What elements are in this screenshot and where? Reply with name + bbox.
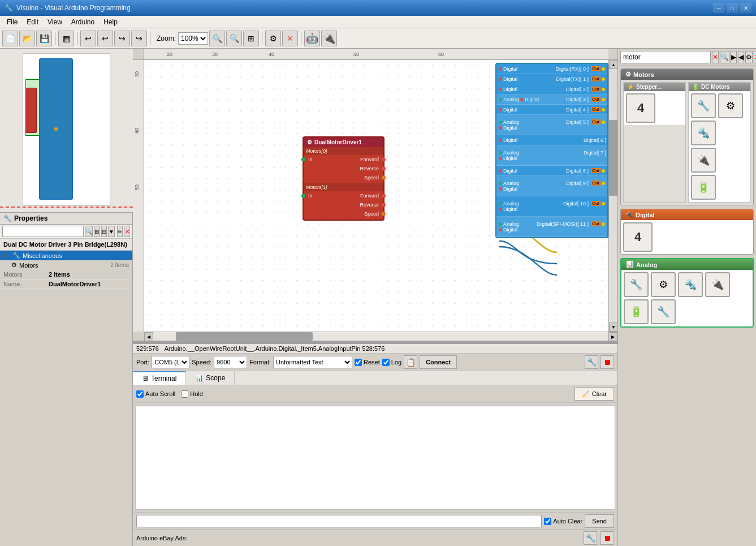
minimize-button[interactable]: ─ [713,3,724,13]
props-edit-btn[interactable]: ✏ [117,226,123,237]
properties-search[interactable] [2,226,84,237]
search-prev-btn[interactable]: ◀ [738,51,744,63]
props-filter-btn[interactable]: ▼ [108,226,115,237]
analog-item-1[interactable]: 🔧 [624,272,649,297]
port-select[interactable]: COM5 (L COM1 COM3 [152,356,189,368]
serial-input-field[interactable] [136,515,542,527]
motor0-forward-pin[interactable] [381,157,386,162]
arduino-board[interactable]: Digital Digital(RX)[ 0 ] Out Digital Dig… [495,63,608,238]
scroll-thumb-h[interactable] [176,332,313,341]
motor1-speed-pin[interactable] [381,212,386,216]
search-clear-btn[interactable]: ✕ [712,51,719,63]
undo2-button[interactable]: ↩ [97,31,113,46]
serial-stop-btn[interactable]: ⏹ [601,355,614,369]
compile-button[interactable]: ⚙ [265,31,281,46]
menu-view[interactable]: View [43,17,67,27]
new-button[interactable]: 📄 [2,31,18,46]
dc-item-4[interactable]: 🔌 [691,148,716,173]
board-pin-2[interactable]: Digital Digital[ 2 ] Out [496,84,607,94]
open-button[interactable]: 📂 [19,31,35,46]
props-delete-btn[interactable]: ✕ [124,226,130,237]
clear-button[interactable]: 🧹 Clear [574,387,614,401]
save-button[interactable]: 💾 [36,31,52,46]
canvas-grid[interactable]: ⚙ DualMotorDriver1 Motors[0] In Forward [144,60,617,332]
tree-item-miscellaneous[interactable]: ▶ 🔧 Miscellaneous [0,251,132,260]
dc-item-1[interactable]: 🔧 [691,93,716,118]
ads-stop-btn[interactable]: ⏹ [601,531,614,545]
library-search-input[interactable] [620,51,711,63]
board-pin-9[interactable]: Analog Digital[ 9 ] Out Digital [496,176,607,196]
serial-tools-btn[interactable]: 🔧 [585,355,598,369]
board-pin-3[interactable]: Analog Digital Digital[ 3 ] Out [496,94,607,105]
motor1-reverse-pin[interactable] [381,203,386,207]
horizontal-scrollbar[interactable]: ◀ ▶ [144,332,617,341]
format-select[interactable]: Unformatted Text Formatted Text [273,356,352,368]
menu-help[interactable]: Help [99,17,122,27]
scroll-thumb-v[interactable] [609,120,617,196]
scroll-left-btn[interactable]: ◀ [144,332,153,341]
reset-check-input[interactable] [355,359,362,366]
undo-button[interactable]: ↩ [80,31,96,46]
autoscroll-checkbox[interactable]: Auto Scroll [136,390,175,398]
board-pin-8[interactable]: Digital Digital[ 8 ] Out [496,166,607,176]
board-pin-7[interactable]: Analog Digital[ 7 ] Digital [496,145,607,166]
board-pin-4[interactable]: Digital Digital[ 4 ] Out [496,105,607,115]
ads-tools-btn[interactable]: 🔧 [584,531,597,545]
grid-button[interactable]: ▦ [58,31,74,46]
vertical-scrollbar[interactable]: ▲ ▼ [608,60,617,332]
scroll-right-btn[interactable]: ▶ [608,332,617,341]
board-pin-rx[interactable]: Digital Digital(RX)[ 0 ] Out [496,64,607,74]
board-pin-tx[interactable]: Digital Digital(TX)[ 1 ] Out [496,74,607,84]
serial-log-btn[interactable]: 📋 [404,355,417,369]
props-expand-btn[interactable]: ⊞ [94,226,100,237]
autoclear-input[interactable] [544,518,551,525]
analog-item-5[interactable]: 🔋 [624,299,649,324]
close-button[interactable]: ✕ [740,3,751,13]
motor-driver-component[interactable]: ⚙ DualMotorDriver1 Motors[0] In Forward [303,136,385,221]
scroll-down-btn[interactable]: ▼ [609,323,617,332]
analog-item-4[interactable]: 🔌 [705,272,730,297]
digital-item-1[interactable]: 4 [623,222,653,252]
analog-section-header[interactable]: 📊 Analog [621,259,753,270]
redo-button[interactable]: ↪ [114,31,130,46]
motor0-reverse-pin[interactable] [381,166,386,171]
stepper-header[interactable]: ⚡ Stepper... [624,83,685,91]
hold-input[interactable] [181,390,188,398]
send-button[interactable]: Send [585,514,614,528]
terminal-output[interactable] [135,405,615,510]
dc-item-5[interactable]: 🔋 [691,175,716,200]
board-pin-5[interactable]: Analog Digital[ 5 ] Out Digital [496,115,607,135]
maximize-button[interactable]: □ [727,3,738,13]
motor0-speed-pin[interactable] [381,175,386,180]
dc-item-2[interactable]: ⚙ [718,93,743,118]
search-next-btn[interactable]: ▶ [731,51,737,63]
upload-button[interactable]: 🔌 [321,31,337,46]
zoom-in-button[interactable]: 🔍 [226,31,242,46]
motors-section-header[interactable]: ⚙ Motors [621,69,753,80]
props-collapse-btn[interactable]: ⊟ [101,226,107,237]
stepper-item-1[interactable]: 4 [626,93,655,123]
menu-edit[interactable]: Edit [22,17,43,27]
scroll-track-v[interactable] [609,69,617,323]
canvas-scroll-area[interactable]: ⚙ DualMotorDriver1 Motors[0] In Forward [144,60,617,332]
zoom-out-button[interactable]: 🔍 [209,31,225,46]
delete-button[interactable]: ✕ [282,31,298,46]
tab-scope[interactable]: 📊 Scope [186,371,235,385]
motor0-in-pin[interactable] [301,157,306,162]
tab-terminal[interactable]: 🖥 Terminal [133,371,186,385]
zoom-fit-button[interactable]: ⊞ [243,31,259,46]
analog-item-2[interactable]: ⚙ [651,272,676,297]
log-checkbox[interactable]: Log [382,359,401,366]
hold-checkbox[interactable]: Hold [181,390,203,398]
search-close-btn[interactable]: ✕ [754,51,756,63]
props-search-btn[interactable]: 🔍 [85,226,93,237]
autoscroll-input[interactable] [136,390,144,398]
search-settings-btn[interactable]: ⚙ [745,51,753,63]
board-pin-10[interactable]: Analog Digital[ 10 ] Out Digital [496,196,607,217]
board-pin-6[interactable]: Digital Digital[ 6 ] [496,135,607,145]
log-check-input[interactable] [382,359,390,366]
zoom-select[interactable]: 100% 75% 125% 150% [178,32,208,45]
dc-motors-header[interactable]: 🔋 DC Motors [689,83,750,91]
analog-item-6[interactable]: 🔧 [651,299,676,324]
autoclear-checkbox[interactable]: Auto Clear [544,518,582,525]
